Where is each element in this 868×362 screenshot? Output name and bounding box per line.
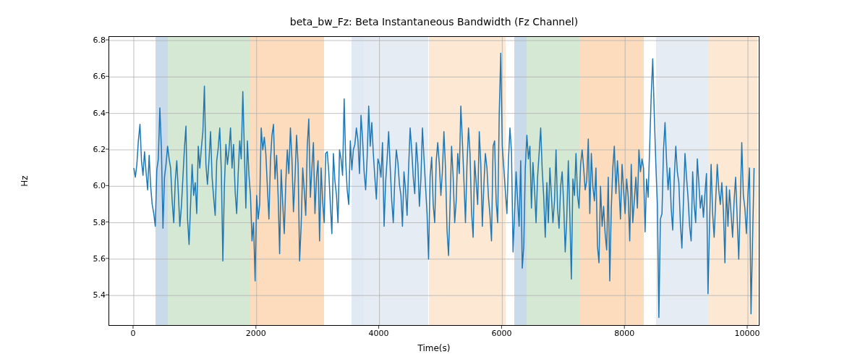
x-tick-label: 8000 (614, 329, 634, 338)
x-tick-label: 4000 (369, 329, 389, 338)
chart-container: beta_bw_Fz: Beta Instantaneous Bandwidth… (0, 0, 868, 362)
series-line (134, 54, 754, 318)
y-tick-label: 6.8 (69, 35, 106, 45)
y-tick-label: 6.0 (69, 181, 106, 190)
x-tick-label: 0 (130, 329, 135, 338)
plot-area (109, 36, 760, 326)
y-tick-label: 6.6 (69, 72, 106, 81)
y-tick-label: 6.4 (69, 108, 106, 117)
chart-title: beta_bw_Fz: Beta Instantaneous Bandwidth… (0, 16, 868, 28)
x-tick-label: 6000 (491, 329, 511, 338)
x-tick-label: 10000 (735, 329, 760, 338)
y-tick-label: 5.4 (69, 290, 106, 300)
x-tick-label: 2000 (246, 329, 266, 338)
line-series (109, 37, 760, 326)
y-tick-label: 5.6 (69, 253, 106, 263)
y-tick-label: 6.2 (69, 144, 106, 153)
x-axis-label: Time(s) (0, 343, 868, 353)
y-tick-label: 5.8 (69, 217, 106, 227)
y-axis-label: Hz (20, 175, 30, 186)
